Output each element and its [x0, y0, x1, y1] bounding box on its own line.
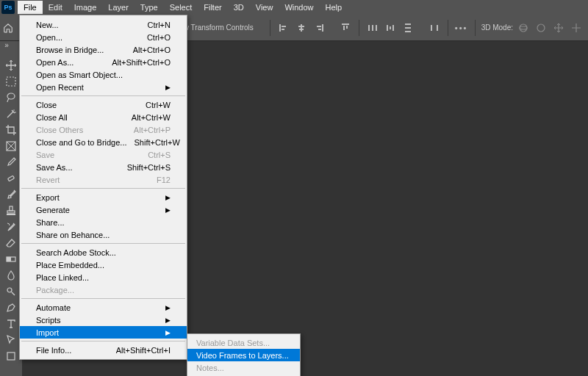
menu-item-close-and-go-to-bridge[interactable]: Close and Go to Bridge...Shift+Ctrl+W: [20, 136, 187, 148]
menu-item-place-embedded[interactable]: Place Embedded...: [20, 258, 187, 271]
align-top-icon[interactable]: [338, 21, 353, 35]
lasso-tool-icon[interactable]: [1, 90, 21, 106]
menu-item-search-adobe-stock[interactable]: Search Adobe Stock...: [20, 246, 187, 258]
3d-slide-icon[interactable]: [569, 21, 584, 35]
menu-item-label: Open...: [36, 33, 140, 42]
menu-item-label: Close All: [36, 113, 124, 122]
menu-file[interactable]: File: [18, 1, 43, 14]
distribute-h-icon[interactable]: [365, 21, 380, 35]
align-right-icon[interactable]: [312, 21, 326, 35]
heal-tool-icon[interactable]: [1, 170, 21, 187]
menu-help[interactable]: Help: [320, 1, 348, 14]
menu-item-browse-in-bridge[interactable]: Browse in Bridge...Alt+Ctrl+O: [20, 43, 187, 56]
home-icon[interactable]: [1, 21, 15, 35]
menu-type[interactable]: Type: [135, 1, 164, 14]
submenu-arrow-icon: ▶: [165, 317, 171, 324]
shortcut-label: Ctrl+W: [146, 101, 171, 109]
frame-tool-icon[interactable]: [1, 138, 21, 154]
distribute-center-icon[interactable]: [383, 21, 398, 35]
shortcut-label: Alt+Shift+Ctrl+I: [116, 346, 171, 355]
submenu-item-video-frames-to-layers[interactable]: Video Frames to Layers...: [187, 349, 300, 361]
menu-item-file-info[interactable]: File Info...Alt+Shift+Ctrl+I: [20, 344, 187, 356]
3d-orbit-icon[interactable]: [516, 21, 531, 35]
menu-item-open-as[interactable]: Open As...Alt+Shift+Ctrl+O: [20, 56, 187, 68]
submenu-item-variable-data-sets: Variable Data Sets...: [187, 336, 300, 349]
3d-pan-icon[interactable]: [551, 21, 566, 35]
menu-select[interactable]: Select: [164, 1, 198, 14]
wand-tool-icon[interactable]: [1, 106, 21, 122]
distribute-spacing-icon[interactable]: [427, 21, 442, 35]
more-options-icon[interactable]: •••: [454, 21, 469, 35]
stamp-tool-icon[interactable]: [1, 203, 21, 219]
svg-point-25: [537, 24, 545, 32]
shortcut-label: Alt+Ctrl+P: [134, 126, 171, 134]
crop-tool-icon[interactable]: [1, 122, 21, 138]
menu-item-close-all[interactable]: Close AllAlt+Ctrl+W: [20, 111, 187, 123]
menu-window[interactable]: Window: [279, 1, 319, 14]
align-center-h-icon[interactable]: [294, 21, 309, 35]
eyedropper-tool-icon[interactable]: [1, 154, 21, 170]
divider: [270, 20, 270, 36]
menu-item-scripts[interactable]: Scripts▶: [20, 314, 187, 326]
divider: [475, 20, 476, 36]
svg-point-29: [15, 112, 16, 113]
menu-item-share[interactable]: Share...: [20, 216, 187, 228]
menu-item-open-as-smart-object[interactable]: Open as Smart Object...: [20, 68, 187, 81]
menu-item-save-as[interactable]: Save As...Shift+Ctrl+S: [20, 161, 187, 173]
menu-image[interactable]: Image: [68, 1, 103, 14]
menu-item-place-linked[interactable]: Place Linked...: [20, 271, 187, 283]
submenu-arrow-icon: ▶: [165, 84, 171, 91]
submenu-arrow-icon: ▶: [165, 194, 171, 201]
svg-rect-2: [282, 29, 284, 30]
app-icon: Ps: [1, 1, 15, 14]
svg-rect-12: [368, 25, 370, 31]
shape-tool-icon[interactable]: [1, 348, 21, 364]
menu-item-save: SaveCtrl+S: [20, 148, 187, 161]
shortcut-label: Ctrl+O: [147, 33, 171, 42]
svg-rect-0: [279, 24, 281, 32]
svg-rect-19: [405, 27, 411, 29]
menu-3d[interactable]: 3D: [228, 1, 250, 14]
history-brush-icon[interactable]: [1, 219, 21, 235]
svg-rect-4: [298, 26, 304, 27]
align-left-icon[interactable]: [276, 21, 291, 35]
menu-item-close[interactable]: CloseCtrl+W: [20, 98, 187, 111]
marquee-tool-icon[interactable]: [1, 73, 21, 90]
menu-item-automate[interactable]: Automate▶: [20, 301, 187, 314]
gradient-tool-icon[interactable]: [1, 251, 21, 267]
menu-item-share-on-behance[interactable]: Share on Behance...: [20, 228, 187, 241]
menu-layer[interactable]: Layer: [102, 1, 135, 14]
move-tool-icon[interactable]: [1, 57, 21, 73]
menu-item-open[interactable]: Open...Ctrl+O: [20, 31, 187, 43]
menu-filter[interactable]: Filter: [198, 1, 227, 14]
menu-item-export[interactable]: Export▶: [20, 191, 187, 203]
menu-item-new[interactable]: New...Ctrl+N: [20, 18, 187, 31]
svg-point-24: [520, 26, 527, 29]
svg-rect-22: [437, 25, 438, 31]
menu-item-label: Browse in Bridge...: [36, 46, 126, 54]
pen-tool-icon[interactable]: [1, 300, 21, 316]
brush-tool-icon[interactable]: [1, 187, 21, 203]
svg-rect-21: [431, 25, 432, 31]
menu-item-label: Save: [36, 151, 140, 159]
svg-rect-32: [10, 206, 12, 211]
menu-item-import[interactable]: Import▶: [20, 326, 187, 339]
menu-view[interactable]: View: [250, 1, 279, 14]
svg-rect-6: [322, 24, 323, 32]
dodge-tool-icon[interactable]: [1, 283, 21, 300]
menu-item-label: Close: [36, 101, 138, 109]
submenu-arrow-icon: ▶: [165, 206, 171, 214]
shortcut-label: F12: [157, 176, 171, 184]
submenu-arrow-icon: ▶: [165, 329, 171, 336]
path-select-tool-icon[interactable]: [1, 332, 21, 348]
type-tool-icon[interactable]: [1, 316, 21, 332]
svg-rect-34: [7, 214, 15, 215]
eraser-tool-icon[interactable]: [1, 235, 21, 251]
menu-edit[interactable]: Edit: [43, 1, 68, 14]
svg-point-23: [520, 24, 527, 32]
blur-tool-icon[interactable]: [1, 267, 21, 283]
menu-item-generate[interactable]: Generate▶: [20, 203, 187, 216]
menu-item-open-recent[interactable]: Open Recent▶: [20, 81, 187, 93]
3d-rotate-icon[interactable]: [534, 21, 548, 35]
distribute-v-icon[interactable]: [401, 21, 415, 35]
